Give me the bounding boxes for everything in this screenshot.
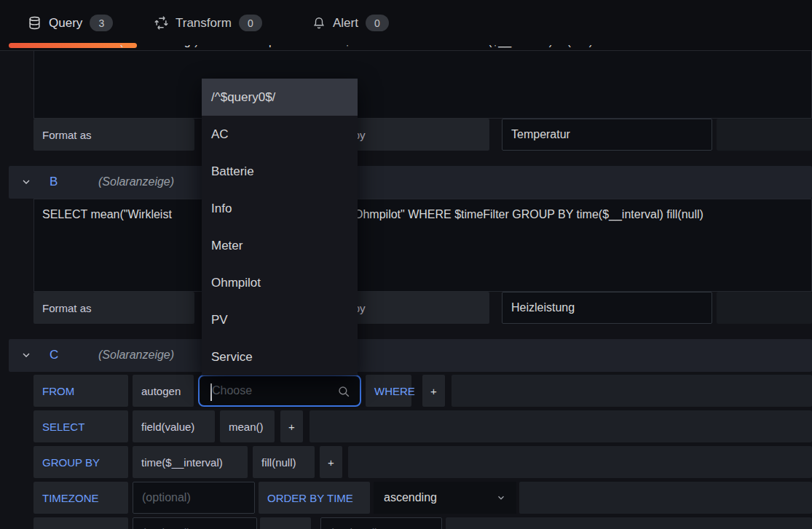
measurement-dropdown: /^$query0$/ AC Batterie Info Meter Ohmpi… [202,79,358,375]
timezone-input-wrap [133,482,255,514]
tab-bar: Query 3 Transform 0 Alert [0,0,812,51]
dropdown-option-ohmpilot[interactable]: Ohmpilot [202,264,358,301]
add-where-button[interactable]: + [422,375,445,407]
chevron-down-icon[interactable] [20,176,32,188]
measurement-choose-field[interactable] [198,375,361,407]
row-filler [348,446,812,478]
where-label: WHERE [366,375,411,407]
order-by-time-select[interactable]: ascending [374,482,516,514]
row-filler [519,482,812,514]
query-b-header[interactable]: B (Solaranzeige) [9,166,812,199]
alias-input-a-wrap [502,119,712,151]
add-group-by-button[interactable]: + [320,446,342,478]
slimit-input-wrap [320,517,442,529]
query-b-textarea[interactable]: SELECT mean("Wirkleist Ohmpilot" WHERE $… [33,199,812,292]
row-filler [717,119,812,151]
query-c-refid: C [50,348,58,362]
query-c-header[interactable]: C (Solaranzeige) [9,339,812,372]
query-b-datasource: (Solaranzeige) [98,175,174,188]
bell-icon [312,16,326,30]
tab-transform-count: 0 [239,15,262,31]
dropdown-option-ac[interactable]: AC [202,116,358,153]
grafana-query-editor: Query 3 Transform 0 Alert [0,0,812,529]
row-filler [717,292,812,324]
search-icon [337,385,350,398]
select-mean[interactable]: mean() [220,410,275,442]
database-icon [28,16,42,30]
dropdown-option-service[interactable]: Service [202,338,358,375]
query-c-datasource: (Solaranzeige) [98,349,174,362]
tab-query[interactable]: Query 3 [28,0,113,46]
slimit-label: SLIMIT [260,517,311,529]
row-filler [310,410,812,442]
query-a-textarea[interactable] [33,50,812,119]
format-as-label-b: Format as [33,292,194,324]
row-filler [446,517,812,529]
dropdown-option-query0[interactable]: /^$query0$/ [202,79,358,116]
group-by-fill-null[interactable]: fill(null) [253,446,315,478]
group-by-label: GROUP BY [33,446,128,478]
query-b-text-right: Ohmpilot" WHERE $timeFilter GROUP BY tim… [354,208,703,221]
tab-query-count: 3 [90,15,113,31]
tab-alert[interactable]: Alert 0 [312,0,389,46]
tab-alert-label: Alert [333,16,358,31]
timezone-label: TIMEZONE [33,482,128,514]
chevron-down-icon [496,493,506,503]
timezone-input[interactable] [133,491,254,504]
from-label: FROM [33,375,128,407]
query-a-clipped-text: SELECT mean("Wirkleistung") FROM "Ohmpil… [33,45,812,50]
tab-transform[interactable]: Transform 0 [154,0,262,46]
query-b-text-left: SELECT mean("Wirkleist [42,208,172,221]
add-select-button[interactable]: + [280,410,303,442]
group-by-time-interval[interactable]: time($__interval) [133,446,248,478]
dropdown-option-batterie[interactable]: Batterie [202,153,358,190]
row-filler [452,375,812,407]
select-field-value[interactable]: field(value) [133,410,215,442]
tab-alert-count: 0 [366,15,389,31]
alias-input-b-wrap [502,292,712,324]
limit-input-wrap [133,517,257,529]
dropdown-option-meter[interactable]: Meter [202,227,358,264]
tab-transform-label: Transform [176,16,232,31]
transform-icon [154,16,168,30]
measurement-choose-input[interactable] [200,384,360,397]
order-by-time-label: ORDER BY TIME [259,482,370,514]
format-as-label-a: Format as [33,119,194,151]
select-label: SELECT [33,410,128,442]
tab-query-label: Query [49,16,82,31]
limit-label: LIMIT [33,517,128,529]
alias-input-b[interactable] [502,301,712,314]
dropdown-option-pv[interactable]: PV [202,301,358,338]
query-b-refid: B [50,175,58,189]
retention-policy-autogen[interactable]: autogen [133,375,194,407]
dropdown-option-info[interactable]: Info [202,190,358,227]
chevron-down-icon[interactable] [20,349,32,361]
alias-input-a[interactable] [502,128,712,141]
text-cursor [210,383,212,401]
